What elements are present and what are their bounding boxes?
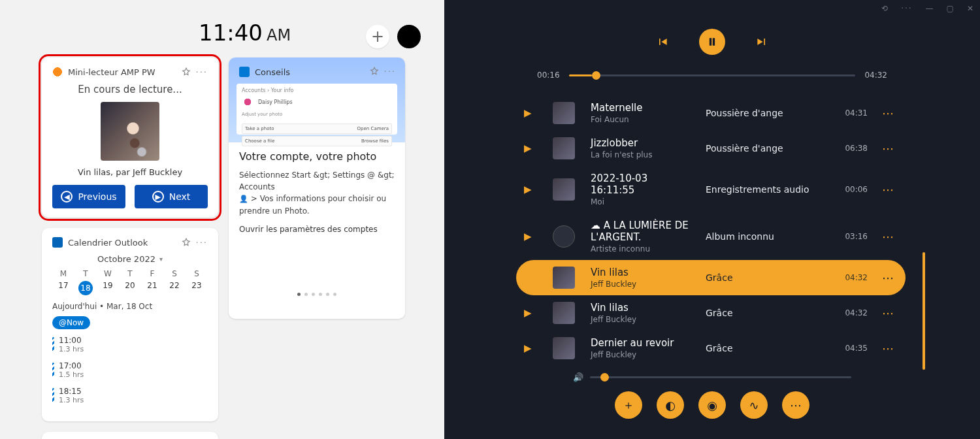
calendar-days[interactable]: 17181920212223 [52, 281, 208, 295]
row-play-icon[interactable]: ▶ [524, 307, 541, 319]
row-play-icon[interactable]: ▶ [524, 342, 541, 354]
row-meta: ☁ A LA LUMIÈRE DE L'ARGENT.Artiste incon… [591, 220, 694, 253]
track-row[interactable]: ▶2022-10-03 16:11:55MoiEnregistrements a… [516, 166, 906, 213]
row-duration: 04:31 [828, 108, 868, 118]
calendar-slot[interactable]: 17:001.5 hrs [52, 361, 208, 379]
row-album: Poussière d'ange [706, 143, 817, 154]
volume-track[interactable] [590, 376, 851, 378]
more-icon[interactable]: ··· [196, 238, 208, 248]
calendar-now-pill[interactable]: @Now [52, 316, 90, 329]
clock: 11:40 AM [199, 20, 291, 46]
row-play-icon[interactable]: ▶ [524, 107, 541, 119]
time-dur: 04:32 [864, 71, 887, 80]
previous-button[interactable]: ◀ Previous [52, 185, 125, 208]
row-play-icon[interactable]: ▶ [524, 231, 541, 242]
amp-player: ⟲ ··· — ▢ ✕ 00:16 04:32 ▶MaternelleFoi A… [444, 0, 980, 439]
sync-icon[interactable]: ⟲ [881, 4, 888, 13]
window-controls: ⟲ ··· — ▢ ✕ [881, 4, 973, 13]
track-row[interactable]: ▶Dernier au revoirJeff BuckleyGrâce04:35… [516, 331, 906, 366]
menu-icon[interactable]: ··· [901, 4, 912, 13]
row-more-icon[interactable]: ⋯ [879, 271, 898, 285]
row-duration: 06:38 [828, 144, 868, 153]
row-duration: 03:16 [828, 232, 868, 241]
track-row[interactable]: ▶☁ A LA LUMIÈRE DE L'ARGENT.Artiste inco… [516, 213, 906, 260]
calendar-slot[interactable]: 18:151.3 hrs [52, 387, 208, 404]
album-art [101, 102, 159, 161]
row-duration: 04:35 [828, 344, 868, 353]
more-button[interactable]: ⋯ [782, 391, 809, 419]
theme-button[interactable]: ◐ [657, 391, 684, 419]
next-track-button[interactable] [749, 29, 775, 55]
shot-adjust: Adjust your photo [242, 112, 392, 117]
pin-icon[interactable] [182, 238, 191, 247]
calendar-month[interactable]: Octobre 2022 ▾ [52, 254, 208, 264]
row-more-icon[interactable]: ⋯ [879, 106, 898, 120]
todo-card: À Do ··· G) Tâches ▾ ✓ ★ Get started wit… [42, 432, 218, 439]
tips-app-icon [239, 67, 250, 77]
calendar-card: Calendrier Outlook ··· Octobre 2022 ▾ MT… [42, 228, 218, 421]
add-button[interactable]: ＋ [615, 391, 642, 419]
shuffle-button[interactable]: ∿ [740, 391, 768, 419]
shot-breadcrumb: Accounts › Your info [242, 88, 392, 93]
record-button[interactable]: ◉ [698, 391, 726, 419]
row-thumb [553, 225, 575, 248]
row-play-icon[interactable]: ▶ [524, 184, 541, 195]
pin-icon[interactable] [370, 67, 379, 76]
track-line: Vin lilas, par Jeff Buckley [52, 167, 208, 177]
calendar-today-line: Aujourd'hui • Mar, 18 Oct [52, 302, 208, 311]
track-row[interactable]: ▶Vin lilasJeff BuckleyGrâce04:32⋯ [516, 260, 906, 295]
track-row[interactable]: ▶MaternelleFoi AucunPoussière d'ange04:3… [516, 95, 906, 131]
prev-track-button[interactable] [649, 29, 676, 55]
clock-row: 11:40 AM + [16, 13, 429, 50]
pin-icon[interactable] [182, 67, 191, 76]
seek-track[interactable] [569, 74, 856, 76]
row-meta: 2022-10-03 16:11:55Moi [591, 172, 694, 206]
previous-label: Previous [78, 191, 116, 202]
minimize-icon[interactable]: — [926, 4, 934, 13]
row-more-icon[interactable]: ⋯ [879, 342, 898, 355]
shot-name: Daisy Phillips [258, 99, 293, 105]
calendar-dow: MTWTFSS [52, 269, 208, 278]
row-album: Poussière d'ange [706, 108, 817, 118]
calendar-slots: 11:001.3 hrs17:001.5 hrs18:151.3 hrs [52, 336, 208, 404]
pause-button[interactable] [699, 29, 725, 55]
shot-row: Take a photoOpen Camera [242, 123, 392, 134]
row-duration: 00:06 [828, 185, 868, 194]
row-duration: 04:32 [828, 273, 868, 282]
now-playing-label: En cours de lecture... [52, 84, 208, 95]
miniplayer-card: Mini-lecteur AMP PW ··· En cours de lect… [42, 57, 218, 218]
time-bar[interactable]: 00:16 04:32 [537, 71, 887, 80]
chevron-down-icon: ▾ [159, 255, 163, 263]
row-album: Album inconnu [706, 231, 817, 242]
row-thumb [553, 302, 575, 324]
more-icon[interactable]: ··· [384, 67, 396, 76]
row-more-icon[interactable]: ⋯ [879, 142, 898, 155]
maximize-icon[interactable]: ▢ [947, 4, 954, 13]
avatar[interactable] [397, 25, 421, 48]
add-widget-button[interactable]: + [366, 25, 389, 48]
track-row[interactable]: ▶Vin lilasJeff BuckleyGrâce04:32⋯ [516, 295, 906, 331]
row-meta: MaternelleFoi Aucun [591, 102, 694, 124]
row-meta: Vin lilasJeff Buckley [591, 302, 694, 324]
track-row[interactable]: ▶JizzlobberLa foi n'est plusPoussière d'… [516, 131, 906, 166]
close-icon[interactable]: ✕ [967, 4, 973, 13]
row-meta: JizzlobberLa foi n'est plus [591, 137, 694, 159]
more-icon[interactable]: ··· [196, 67, 208, 77]
tips-pager[interactable] [239, 293, 395, 296]
tips-action-link[interactable]: Ouvrir les paramètres des comptes [239, 225, 395, 234]
tips-card: Conseils ··· Accounts › Your info Daisy … [229, 57, 405, 319]
row-more-icon[interactable]: ⋯ [879, 183, 898, 197]
row-more-icon[interactable]: ⋯ [879, 230, 898, 244]
calendar-slot[interactable]: 11:001.3 hrs [52, 336, 208, 353]
row-more-icon[interactable]: ⋯ [879, 306, 898, 320]
row-album: Grâce [706, 272, 817, 283]
row-meta: Vin lilasJeff Buckley [591, 267, 694, 289]
track-list: ▶MaternelleFoi AucunPoussière d'ange04:3… [516, 95, 906, 366]
row-meta: Dernier au revoirJeff Buckley [591, 337, 694, 359]
volume-icon[interactable]: 🔊 [573, 372, 583, 382]
row-play-icon[interactable]: ▶ [524, 142, 541, 154]
tracklist-scrollbar[interactable] [923, 252, 925, 370]
next-button[interactable]: ▶ Next [135, 185, 208, 208]
clock-ampm: AM [267, 26, 291, 44]
row-play-icon[interactable]: ▶ [524, 272, 541, 284]
